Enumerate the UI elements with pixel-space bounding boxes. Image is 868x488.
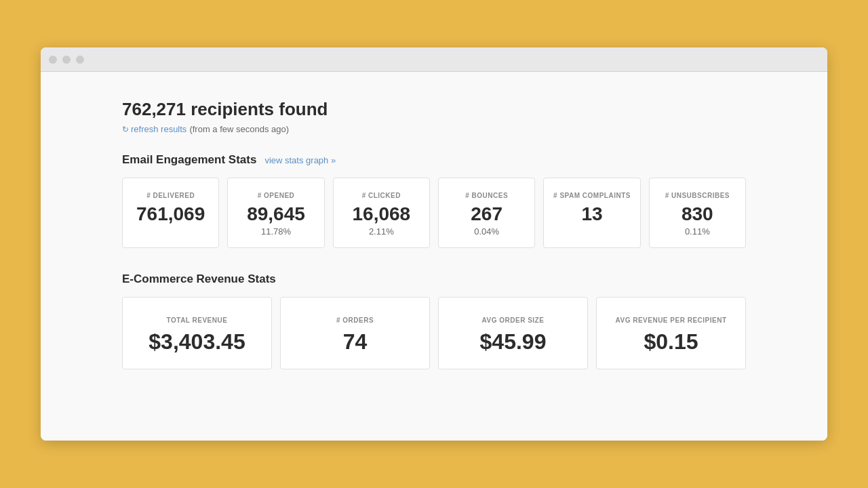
email-stat-card: # SPAM COMPLAINTS13 (543, 178, 640, 248)
traffic-light-maximize[interactable] (76, 56, 84, 64)
stat-label: # DELIVERED (146, 192, 195, 199)
revenue-section-header: E-Commerce Revenue Stats (122, 272, 746, 286)
revenue-value: $45.99 (480, 331, 547, 352)
email-stat-card: # BOUNCES2670.04% (438, 178, 535, 248)
email-stat-card: # DELIVERED761,069 (122, 178, 219, 248)
stat-value: 89,645 (247, 205, 305, 224)
revenue-value: $3,403.45 (149, 331, 245, 352)
email-section-title: Email Engagement Stats (122, 153, 256, 167)
revenue-value: 74 (343, 331, 368, 352)
stat-label: # SPAM COMPLAINTS (553, 192, 631, 199)
refresh-link[interactable]: ↻ refresh results (122, 124, 186, 134)
browser-content: 762,271 recipients found ↻ refresh resul… (41, 72, 827, 441)
stat-value: 267 (471, 205, 502, 224)
revenue-label: AVG REVENUE PER RECIPIENT (615, 317, 726, 324)
view-stats-link[interactable]: view stats graph » (264, 155, 336, 165)
email-section-header: Email Engagement Stats view stats graph … (122, 153, 746, 167)
revenue-stats-grid: TOTAL REVENUE$3,403.45# ORDERS74AVG ORDE… (122, 297, 746, 369)
email-stat-card: # UNSUBSCRIBES8300.11% (649, 178, 746, 248)
email-stat-card: # CLICKED16,0682.11% (333, 178, 430, 248)
stat-label: # UNSUBSCRIBES (665, 192, 730, 199)
stat-label: # OPENED (258, 192, 295, 199)
stat-label: # CLICKED (362, 192, 401, 199)
revenue-stat-card: AVG ORDER SIZE$45.99 (438, 297, 588, 369)
revenue-stat-card: AVG REVENUE PER RECIPIENT$0.15 (596, 297, 746, 369)
email-stats-grid: # DELIVERED761,069# OPENED89,64511.78%# … (122, 178, 746, 248)
browser-titlebar (41, 47, 827, 72)
refresh-link-text: refresh results (131, 124, 186, 134)
revenue-label: # ORDERS (336, 317, 374, 324)
stat-value: 13 (581, 205, 602, 224)
revenue-stat-card: # ORDERS74 (280, 297, 430, 369)
traffic-light-close[interactable] (49, 56, 57, 64)
revenue-label: AVG ORDER SIZE (482, 317, 545, 324)
revenue-value: $0.15 (644, 331, 698, 352)
revenue-section-title: E-Commerce Revenue Stats (122, 272, 276, 286)
traffic-light-minimize[interactable] (62, 56, 71, 64)
stat-percent: 0.11% (685, 226, 710, 237)
stat-label: # BOUNCES (465, 192, 508, 199)
stat-value: 16,068 (353, 205, 411, 224)
stat-value: 830 (682, 205, 713, 224)
refresh-note: (from a few seconds ago) (189, 124, 289, 134)
revenue-stat-card: TOTAL REVENUE$3,403.45 (122, 297, 272, 369)
refresh-row: ↻ refresh results (from a few seconds ag… (122, 124, 746, 134)
refresh-icon: ↻ (122, 125, 129, 134)
browser-window: 762,271 recipients found ↻ refresh resul… (41, 47, 827, 441)
email-stat-card: # OPENED89,64511.78% (227, 178, 324, 248)
stat-value: 761,069 (136, 205, 205, 224)
stat-percent: 2.11% (369, 226, 394, 237)
revenue-label: TOTAL REVENUE (167, 317, 228, 324)
stat-percent: 11.78% (261, 226, 291, 237)
stat-percent: 0.04% (474, 226, 499, 237)
recipients-heading: 762,271 recipients found (122, 99, 746, 120)
